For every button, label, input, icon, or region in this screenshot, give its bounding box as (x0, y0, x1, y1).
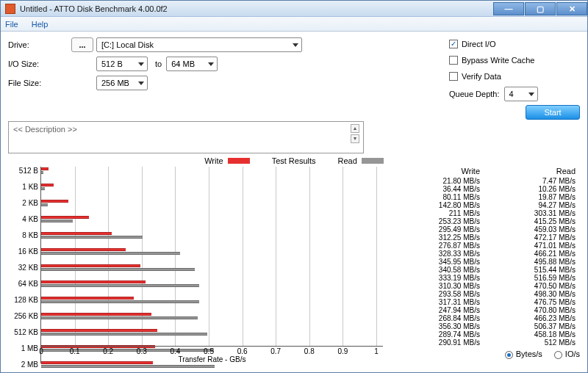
cell-read: 466.23 MB/s (484, 314, 580, 322)
table-row: 356.30 MB/s506.37 MB/s (389, 322, 580, 330)
chart-row-label: 32 KB (8, 264, 38, 272)
menu-file[interactable]: File (5, 20, 18, 29)
bar-read (41, 171, 43, 174)
bar-read (41, 220, 73, 222)
iosize-to-select[interactable]: 64 MB (166, 57, 218, 71)
cell-read: 303.31 MB/s (484, 209, 580, 217)
cell-read: 512 MB/s (484, 338, 580, 347)
scroll-down-icon[interactable]: ▾ (351, 134, 359, 143)
drive-browse-button[interactable]: ... (71, 37, 93, 52)
xtick: 0.5 (204, 347, 214, 355)
iosize-label: I/O Size: (8, 59, 71, 68)
cell-read: 10.26 MB/s (484, 185, 580, 193)
bar-read (41, 252, 180, 255)
cell-write: 295.49 MB/s (389, 225, 484, 233)
cell-read: 415.25 MB/s (484, 217, 580, 225)
bar-read (41, 316, 198, 319)
xtick: 0.6 (237, 347, 248, 355)
col-write: Write (389, 167, 484, 175)
cell-read: 7.47 MB/s (484, 177, 580, 185)
chart-row-label: 128 KB (8, 296, 38, 304)
app-icon (5, 4, 15, 14)
drive-value: [C:] Local Disk (101, 40, 154, 49)
bar-read (41, 365, 215, 368)
table-row: 310.30 MB/s470.50 MB/s (389, 282, 580, 290)
maximize-button[interactable]: ▢ (525, 2, 556, 15)
direct-io-checkbox[interactable] (449, 40, 458, 48)
bypass-checkbox[interactable] (449, 56, 458, 65)
close-button[interactable]: ✕ (556, 2, 587, 15)
drive-label: Drive: (8, 40, 71, 49)
table-row: 345.95 MB/s495.88 MB/s (389, 258, 580, 266)
table-row: 142.80 MB/s94.27 MB/s (389, 201, 580, 209)
legend-write-swatch (228, 158, 250, 164)
bar-read (41, 203, 48, 206)
iosize-to-value: 64 MB (171, 59, 195, 68)
cell-read: 19.87 MB/s (484, 193, 580, 201)
xtick: 0.1 (70, 347, 80, 355)
filesize-label: File Size: (8, 79, 71, 87)
cell-read: 471.01 MB/s (484, 242, 580, 250)
verify-label: Verify Data (462, 72, 501, 81)
xtick: 0.4 (170, 347, 180, 355)
xtick: 0 (39, 347, 43, 355)
table-row: 247.94 MB/s470.80 MB/s (389, 306, 580, 314)
col-read: Read (484, 167, 580, 175)
bar-write (41, 280, 146, 283)
description-input[interactable]: << Description >> ▴ ▾ (8, 121, 364, 153)
minimize-button[interactable]: — (493, 2, 524, 15)
table-row: 80.11 MB/s19.87 MB/s (389, 193, 580, 201)
cell-read: 516.59 MB/s (484, 274, 580, 282)
iosize-from-select[interactable]: 512 B (96, 57, 148, 71)
start-button[interactable]: Start (526, 105, 580, 120)
cell-write: 289.74 MB/s (389, 330, 484, 338)
cell-read: 466.21 MB/s (484, 250, 580, 258)
cell-read: 472.17 MB/s (484, 233, 580, 242)
xtick: 0.7 (270, 347, 281, 355)
xtick: 0.8 (304, 347, 315, 355)
description-placeholder: << Description >> (13, 125, 77, 134)
xaxis-label: Transfer Rate - GB/s (179, 355, 246, 363)
chart-row-label: 16 KB (8, 247, 38, 256)
legend-read-label: Read (338, 156, 357, 165)
results-chart: 512 B1 KB2 KB4 KB8 KB16 KB32 KB64 KB128 … (40, 167, 383, 363)
chart-row-label: 1 MB (8, 344, 38, 352)
table-row: 36.44 MB/s10.26 MB/s (389, 185, 580, 193)
cell-write: 340.58 MB/s (389, 266, 484, 274)
unit-bytes-label: Bytes/s (516, 350, 542, 358)
table-row: 317.31 MB/s476.75 MB/s (389, 298, 580, 306)
xtick: 0.2 (103, 347, 113, 355)
drive-select[interactable]: [C:] Local Disk (96, 37, 302, 52)
queue-depth-select[interactable]: 4 (504, 87, 538, 101)
bar-write (41, 200, 68, 203)
results-title: Test Results (272, 156, 316, 165)
table-row: 293.58 MB/s498.30 MB/s (389, 290, 580, 298)
scroll-up-icon[interactable]: ▴ (351, 124, 359, 133)
cell-write: 312.25 MB/s (389, 233, 484, 242)
filesize-select[interactable]: 256 MB (96, 76, 148, 90)
chart-row-label: 512 KB (8, 328, 38, 336)
cell-read: 506.37 MB/s (484, 322, 580, 330)
cell-read: 515.44 MB/s (484, 266, 580, 274)
cell-write: 247.94 MB/s (389, 306, 484, 314)
table-row: 312.25 MB/s472.17 MB/s (389, 233, 580, 242)
xtick: 1 (374, 347, 379, 355)
table-row: 268.84 MB/s466.23 MB/s (389, 314, 580, 322)
bar-write (41, 167, 49, 170)
unit-io-radio[interactable] (554, 351, 562, 359)
table-row: 276.87 MB/s471.01 MB/s (389, 242, 580, 250)
unit-io-label: IO/s (565, 350, 580, 358)
bar-write (41, 216, 89, 219)
table-row: 290.91 MB/s512 MB/s (389, 338, 580, 347)
table-row: 333.19 MB/s516.59 MB/s (389, 274, 580, 282)
iosize-to-label: to (155, 59, 162, 68)
cell-write: 317.31 MB/s (389, 298, 484, 306)
unit-bytes-radio[interactable] (505, 351, 513, 359)
legend-write-label: Write (204, 156, 223, 165)
direct-io-label: Direct I/O (462, 40, 495, 48)
menu-help[interactable]: Help (32, 20, 49, 29)
chart-row-label: 1 KB (8, 183, 38, 191)
table-row: 253.23 MB/s415.25 MB/s (389, 217, 580, 225)
verify-checkbox[interactable] (449, 72, 458, 81)
bypass-label: Bypass Write Cache (462, 56, 534, 65)
